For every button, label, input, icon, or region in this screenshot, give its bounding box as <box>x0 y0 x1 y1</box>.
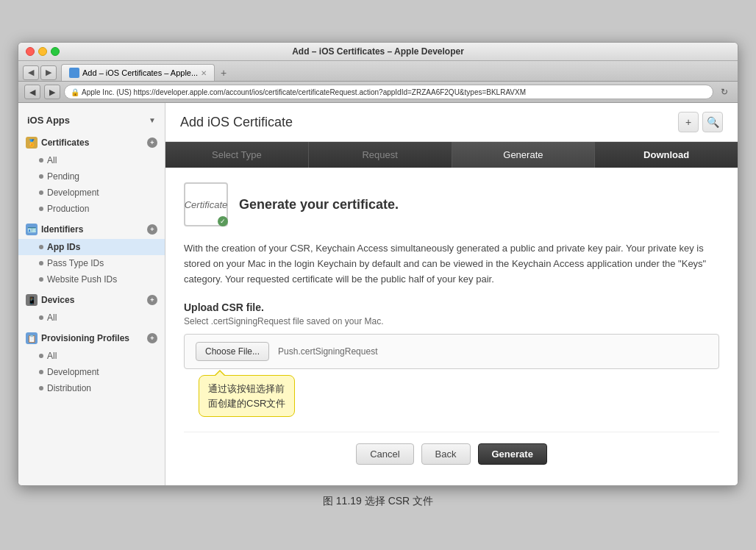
sidebar-item-production[interactable]: Production <box>18 201 165 217</box>
sidebar-item-pass-type-ids[interactable]: Pass Type IDs <box>18 255 165 271</box>
provision-icon: 📋 <box>26 332 38 344</box>
caption: 图 11.19 选择 CSR 文件 <box>323 495 433 508</box>
dot-icon <box>39 354 43 358</box>
new-tab-button[interactable]: + <box>216 65 231 80</box>
page-title: Add iOS Certificate <box>180 115 293 130</box>
cert-icon-display: Certificate ✓ <box>184 182 228 226</box>
all-certs-label: All <box>47 155 57 165</box>
file-upload-area: Choose File... Push.certSigningRequest <box>184 334 719 369</box>
certificates-label: Certificates <box>41 138 89 148</box>
back-button[interactable]: Back <box>421 443 471 465</box>
upload-section: Upload CSR file. Select .certSigningRequ… <box>184 301 719 417</box>
sidebar-item-website-push-ids[interactable]: Website Push IDs <box>18 271 165 288</box>
tab-nav-buttons: ◀ ▶ <box>23 65 57 80</box>
choose-file-button[interactable]: Choose File... <box>196 342 269 361</box>
sidebar-item-distribution[interactable]: Distribution <box>18 380 165 396</box>
pass-type-ids-label: Pass Type IDs <box>47 258 104 268</box>
url-input[interactable]: 🔒 Apple Inc. (US) https://developer.appl… <box>64 85 713 99</box>
generate-header: Certificate ✓ Generate your certificate. <box>184 182 719 226</box>
generate-button[interactable]: Generate <box>478 443 547 465</box>
sidebar-section-provisioning: 📋 Provisioning Profiles + All Developmen… <box>18 329 165 396</box>
sidebar-provisioning-header[interactable]: 📋 Provisioning Profiles + <box>18 329 165 348</box>
sidebar-section-identifiers: 🪪 Identifiers + App IDs Pass Type IDs We… <box>18 220 165 288</box>
tab-back-button[interactable]: ◀ <box>23 65 39 80</box>
all-devices-label: All <box>47 312 57 323</box>
sidebar-item-app-ids[interactable]: App IDs <box>18 239 165 255</box>
sidebar-certificates-header[interactable]: 🏅 Certificates + <box>18 133 165 152</box>
identifiers-expand-button[interactable]: + <box>147 224 157 235</box>
address-bar: ◀ ▶ 🔒 Apple Inc. (US) https://developer.… <box>18 82 738 103</box>
pending-label: Pending <box>47 171 79 182</box>
sidebar: iOS Apps ▼ 🏅 Certificates + All Pending <box>18 103 165 485</box>
tab-favicon <box>69 68 79 78</box>
steps-bar: Select Type Request Generate Download <box>165 142 738 168</box>
title-bar: Add – iOS Certificates – Apple Developer <box>18 43 738 61</box>
generate-title: Generate your certificate. <box>239 197 399 213</box>
identifiers-label: Identifiers <box>41 224 83 235</box>
sidebar-item-all-profiles[interactable]: All <box>18 348 165 364</box>
traffic-lights <box>26 47 60 56</box>
lock-icon: 🔒 <box>71 88 79 96</box>
header-actions: + 🔍 <box>678 112 723 132</box>
addr-forward-button[interactable]: ▶ <box>44 85 60 99</box>
sidebar-section-certificates: 🏅 Certificates + All Pending Development <box>18 133 165 217</box>
sidebar-item-development-cert[interactable]: Development <box>18 185 165 201</box>
minimize-button[interactable] <box>38 47 47 56</box>
page-header: Add iOS Certificate + 🔍 <box>165 103 738 142</box>
step-generate[interactable]: Generate <box>452 142 596 168</box>
tab-close-icon[interactable]: ✕ <box>201 69 207 77</box>
dot-icon <box>39 158 43 162</box>
website-push-ids-label: Website Push IDs <box>47 274 117 285</box>
content-body: Certificate ✓ Generate your certificate.… <box>165 168 738 479</box>
cancel-button[interactable]: Cancel <box>356 443 413 465</box>
sidebar-header[interactable]: iOS Apps ▼ <box>18 110 165 130</box>
content-area: iOS Apps ▼ 🏅 Certificates + All Pending <box>18 103 738 485</box>
active-tab[interactable]: Add – iOS Certificates – Apple... ✕ <box>61 64 215 81</box>
close-button[interactable] <box>26 47 35 56</box>
sidebar-devices-header[interactable]: 📱 Devices + <box>18 290 165 310</box>
cert-badge-icon: ✓ <box>218 216 228 226</box>
step-generate-label: Generate <box>503 149 543 160</box>
all-profiles-label: All <box>47 351 57 361</box>
devices-expand-button[interactable]: + <box>147 295 157 305</box>
upload-title: Upload CSR file. <box>184 301 719 313</box>
provisioning-expand-button[interactable]: + <box>147 333 157 343</box>
sidebar-section-devices: 📱 Devices + All <box>18 290 165 326</box>
sidebar-dropdown-arrow-icon[interactable]: ▼ <box>149 116 156 124</box>
maximize-button[interactable] <box>51 47 60 56</box>
tab-forward-button[interactable]: ▶ <box>40 65 57 80</box>
dot-icon <box>39 261 43 265</box>
refresh-button[interactable]: ↻ <box>717 85 732 99</box>
device-icon: 📱 <box>26 294 38 306</box>
url-text: Apple Inc. (US) https://developer.apple.… <box>82 88 526 96</box>
sidebar-item-development-profile[interactable]: Development <box>18 364 165 380</box>
dot-icon <box>39 207 43 211</box>
step-select-type-label: Select Type <box>212 149 262 160</box>
provisioning-label: Provisioning Profiles <box>41 333 129 343</box>
dot-icon <box>39 277 43 282</box>
cert-icon-text: Certificate <box>185 199 228 210</box>
sidebar-item-pending[interactable]: Pending <box>18 168 165 185</box>
tooltip-text: 通过该按钮选择前面创建的CSR文件 <box>208 383 285 409</box>
tab-bar: ◀ ▶ Add – iOS Certificates – Apple... ✕ … <box>18 61 738 82</box>
step-download-label: Download <box>643 149 689 160</box>
sidebar-item-all-devices[interactable]: All <box>18 310 165 326</box>
development-profile-label: Development <box>47 367 99 377</box>
dot-icon <box>39 190 43 195</box>
addr-back-button[interactable]: ◀ <box>24 85 40 99</box>
description-text: With the creation of your CSR, Keychain … <box>184 241 719 287</box>
step-request[interactable]: Request <box>309 142 452 168</box>
devices-label: Devices <box>41 295 74 305</box>
sidebar-item-all-certs[interactable]: All <box>18 152 165 168</box>
sidebar-header-label: iOS Apps <box>27 115 70 126</box>
sidebar-identifiers-header[interactable]: 🪪 Identifiers + <box>18 220 165 239</box>
certificates-expand-button[interactable]: + <box>147 138 157 148</box>
development-cert-label: Development <box>47 188 99 198</box>
step-select-type[interactable]: Select Type <box>165 142 309 168</box>
app-ids-label: App IDs <box>47 242 80 252</box>
add-button[interactable]: + <box>678 112 699 132</box>
file-name-text: Push.certSigningRequest <box>278 346 377 357</box>
search-button[interactable]: 🔍 <box>702 112 723 132</box>
step-download[interactable]: Download <box>595 142 738 168</box>
window-title: Add – iOS Certificates – Apple Developer <box>292 46 464 57</box>
